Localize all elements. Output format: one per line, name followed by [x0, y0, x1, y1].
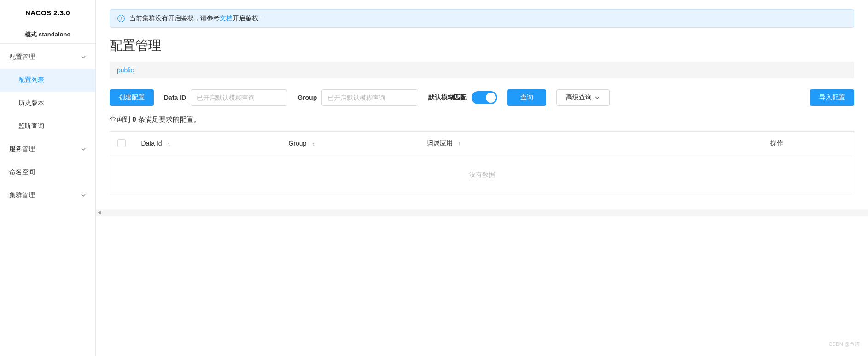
alert-doc-link[interactable]: 文档	[220, 14, 233, 22]
sidebar-item-label: 配置管理	[9, 53, 35, 61]
sidebar-item-label: 集群管理	[9, 191, 35, 199]
chevron-down-icon	[81, 146, 86, 152]
horizontal-scrollbar[interactable]: ◀	[96, 209, 868, 216]
chevron-down-icon	[81, 193, 86, 198]
query-button[interactable]: 查询	[507, 89, 546, 106]
config-table: Data Id ↑↓ Group ↑↓ 归属应用 ↑↓ 操作	[110, 131, 854, 195]
data-id-label: Data ID	[164, 94, 186, 101]
page-title: 配置管理	[110, 37, 854, 54]
sidebar-item-label: 服务管理	[9, 145, 35, 153]
sort-icon: ↑↓	[312, 141, 313, 146]
group-label: Group	[297, 94, 317, 101]
auth-warning-alert: i 当前集群没有开启鉴权，请参考文档开启鉴权~	[110, 9, 854, 28]
fuzzy-match-toggle[interactable]	[472, 91, 497, 104]
sidebar-item-listener[interactable]: 监听查询	[0, 115, 95, 138]
app-logo: NACOS 2.3.0	[0, 0, 95, 25]
toolbar: 创建配置 Data ID Group 默认模糊匹配 查询 高级查询	[110, 89, 854, 106]
group-input[interactable]	[321, 89, 418, 106]
select-all-header[interactable]	[110, 132, 133, 155]
alert-text: 当前集群没有开启鉴权，请参考文档开启鉴权~	[129, 14, 262, 23]
create-config-button[interactable]: 创建配置	[110, 89, 154, 106]
sidebar-item-service-mgmt[interactable]: 服务管理	[0, 138, 95, 161]
column-group[interactable]: Group ↑↓	[280, 132, 419, 155]
sidebar-item-label: 监听查询	[18, 122, 44, 130]
column-app[interactable]: 归属应用 ↑↓	[419, 132, 762, 155]
empty-state: 没有数据	[110, 155, 854, 195]
sort-icon: ↑↓	[168, 141, 169, 146]
advanced-query-button[interactable]: 高级查询	[556, 89, 610, 106]
sidebar-item-label: 命名空间	[9, 168, 35, 176]
scroll-left-icon[interactable]: ◀	[96, 209, 102, 216]
sidebar-menu: 配置管理 配置列表 历史版本 监听查询 服务管理 命名空间	[0, 44, 95, 207]
sidebar-item-cluster-mgmt[interactable]: 集群管理	[0, 184, 95, 207]
sidebar-item-label: 历史版本	[18, 99, 44, 107]
column-action: 操作	[762, 132, 854, 155]
namespace-public-link[interactable]: public	[117, 66, 134, 74]
watermark: CSDN @鱼淸	[829, 341, 860, 348]
data-id-input[interactable]	[191, 89, 287, 106]
sidebar-item-config-mgmt[interactable]: 配置管理	[0, 46, 95, 69]
fuzzy-match-label: 默认模糊匹配	[428, 93, 467, 102]
info-icon: i	[117, 15, 125, 22]
sidebar-item-namespace[interactable]: 命名空间	[0, 161, 95, 184]
sidebar-item-label: 配置列表	[18, 76, 44, 84]
sidebar: NACOS 2.3.0 模式 standalone 配置管理 配置列表 历史版本…	[0, 0, 96, 356]
chevron-down-icon	[594, 95, 600, 100]
main-content: i 当前集群没有开启鉴权，请参考文档开启鉴权~ 配置管理 public 创建配置…	[96, 0, 868, 356]
app-mode: 模式 standalone	[0, 25, 95, 44]
column-data-id[interactable]: Data Id ↑↓	[133, 132, 280, 155]
result-count: 0	[132, 115, 136, 123]
result-summary: 查询到 0 条满足要求的配置。	[110, 115, 854, 124]
import-config-button[interactable]: 导入配置	[810, 89, 854, 106]
select-all-checkbox[interactable]	[117, 139, 126, 147]
sidebar-item-config-list[interactable]: 配置列表	[0, 69, 95, 92]
sidebar-item-history[interactable]: 历史版本	[0, 92, 95, 115]
sort-icon: ↑↓	[458, 140, 459, 146]
namespace-bar: public	[110, 62, 854, 78]
chevron-down-icon	[81, 54, 86, 60]
